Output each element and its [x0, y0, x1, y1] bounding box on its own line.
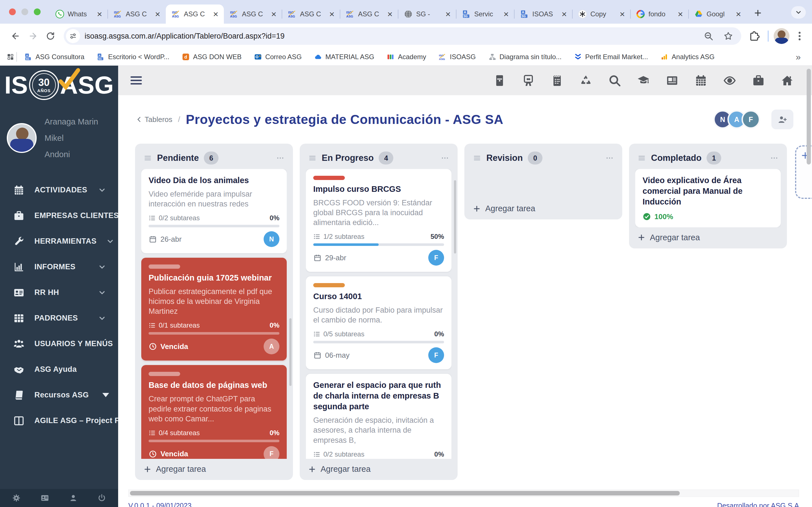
column-menu-icon[interactable]: [770, 154, 778, 162]
column-menu-icon[interactable]: [441, 154, 449, 162]
power-icon[interactable]: [97, 494, 106, 503]
add-task-button[interactable]: Agregar tarea: [306, 459, 451, 474]
extensions-icon[interactable]: [749, 31, 760, 42]
tab-close-icon[interactable]: ×: [95, 10, 104, 18]
clipboard-icon[interactable]: [550, 74, 564, 87]
sidebar-item-recursos-asg[interactable]: Recursos ASG: [0, 382, 118, 408]
reload-button[interactable]: [42, 27, 59, 45]
window-maximize-button[interactable]: [34, 8, 41, 15]
task-card-video-dia-de-los-animales[interactable]: Video Dia de los animalesVideo efeméride…: [141, 169, 287, 253]
sidebar-item-rr-hh[interactable]: RR HH: [0, 280, 118, 305]
sidebar-item-agile-asg-project-flow[interactable]: AGILE ASG – Project Flow: [0, 408, 118, 434]
horizontal-scrollbar-thumb[interactable]: [130, 491, 680, 496]
drag-handle-icon[interactable]: [638, 154, 646, 162]
horizontal-scrollbar[interactable]: [128, 490, 799, 497]
tab-close-icon[interactable]: ×: [443, 10, 453, 18]
task-card-base-de-datos-de-p-ginas-web[interactable]: Base de datos de páginas webCrear prompt…: [141, 365, 287, 459]
calendar-icon[interactable]: [694, 74, 708, 87]
bookmark-isoasg[interactable]: ISOASGISOASG: [439, 53, 476, 61]
browser-tab-11-fondo[interactable]: fondo×: [630, 4, 689, 24]
sidebar-item-asg-ayuda[interactable]: ASG Ayuda: [0, 356, 118, 382]
search-icon[interactable]: [608, 74, 621, 87]
bookmark-diagrama-sin-t-tulo[interactable]: Diagrama sin título...: [488, 53, 562, 61]
column-menu-icon[interactable]: [605, 154, 614, 162]
tab-close-icon[interactable]: ×: [559, 10, 569, 18]
task-card-impulso-curso-brcgs[interactable]: Impulso curso BRCGSBRCGS FOOD versión 9:…: [306, 169, 451, 272]
forward-button[interactable]: [24, 27, 42, 45]
assignee-avatar-a[interactable]: A: [264, 339, 280, 354]
browser-menu-icon[interactable]: [794, 31, 805, 42]
tab-close-icon[interactable]: ×: [211, 10, 220, 18]
person-icon[interactable]: [69, 494, 78, 503]
hamburger-menu-icon[interactable]: [131, 76, 142, 84]
gear-icon[interactable]: [12, 494, 21, 503]
recycle-icon[interactable]: [579, 74, 593, 87]
tab-close-icon[interactable]: ×: [385, 10, 395, 18]
sidebar-item-informes[interactable]: INFORMES: [0, 254, 118, 280]
bookmark-perfit-email-market[interactable]: Perfit Email Market...: [574, 53, 648, 61]
member-avatar-f[interactable]: F: [742, 110, 760, 129]
window-minimize-button[interactable]: [21, 8, 28, 15]
user-profile[interactable]: Aranaga Marin Mikel Andoni: [0, 101, 118, 165]
browser-tab-6-asg-c[interactable]: ISOASGASG C×: [340, 4, 398, 24]
bookmark-star-icon[interactable]: [723, 31, 733, 41]
archive-icon[interactable]: [493, 74, 506, 87]
tab-close-icon[interactable]: ×: [327, 10, 337, 18]
browser-tab-2-asg-c[interactable]: ISOASGASG C×: [108, 4, 166, 24]
browser-tab-10-copy[interactable]: Copy×: [572, 4, 630, 24]
assignee-avatar-f[interactable]: F: [264, 446, 280, 459]
bookmark-correo-asg[interactable]: Correo ASG: [254, 53, 302, 61]
bookmark-material-asg[interactable]: MATERIAL ASG: [314, 53, 374, 61]
task-card-curso-14001[interactable]: Curso 14001Curso dictado por Fabio para …: [306, 276, 451, 369]
drag-handle-icon[interactable]: [308, 154, 317, 162]
briefcase-icon[interactable]: [752, 74, 765, 87]
zoom-out-icon[interactable]: [703, 31, 714, 41]
browser-profile-avatar[interactable]: [774, 28, 790, 44]
sidebar-item-empresas-clientes[interactable]: EMPRESAS CLIENTES: [0, 203, 118, 228]
tab-close-icon[interactable]: ×: [617, 10, 627, 18]
tab-close-icon[interactable]: ×: [153, 10, 162, 18]
graduation-icon[interactable]: [637, 74, 650, 87]
news-icon[interactable]: [665, 74, 679, 87]
browser-tab-9-isoas[interactable]: ASGISOAS×: [514, 4, 572, 24]
bookmarks-overflow-icon[interactable]: »: [796, 52, 806, 62]
members-icon[interactable]: [522, 74, 535, 87]
browser-tab-7-sg[interactable]: SG -×: [398, 4, 456, 24]
tab-close-icon[interactable]: ×: [269, 10, 278, 18]
bookmark-asg-don-web[interactable]: dASG DON WEB: [182, 53, 242, 61]
home-icon[interactable]: [780, 74, 794, 87]
task-card-generar-el-espacio-para-que-ruth-de-char[interactable]: Generar el espacio para que ruth de char…: [306, 374, 451, 459]
drag-handle-icon[interactable]: [473, 154, 481, 162]
browser-tab-3-asg-c[interactable]: ISOASGASG C×: [166, 4, 224, 24]
window-close-button[interactable]: [9, 8, 16, 15]
tab-close-icon[interactable]: ×: [733, 10, 743, 18]
drag-handle-icon[interactable]: [144, 154, 152, 162]
idcard-icon[interactable]: [40, 494, 49, 503]
browser-tab-4-asg-c[interactable]: ISOASGASG C×: [224, 4, 282, 24]
browser-tab-5-asg-c[interactable]: ISOASGASG C×: [282, 4, 340, 24]
task-card-publicaci-n-guia-17025-webinar[interactable]: Publicación guia 17025 webinarPublicar e…: [141, 258, 287, 360]
bookmark-asg-consultora[interactable]: ASGASG Consultora: [24, 53, 84, 61]
add-task-button[interactable]: Agregar tarea: [635, 227, 781, 242]
add-task-button[interactable]: Agregar tarea: [470, 198, 616, 213]
tab-close-icon[interactable]: ×: [501, 10, 511, 18]
sidebar-item-padrones[interactable]: PADRONES: [0, 305, 118, 331]
assignee-avatar-f[interactable]: F: [428, 250, 444, 266]
add-task-button[interactable]: Agregar tarea: [141, 459, 287, 474]
page-scrollbar-thumb[interactable]: [807, 69, 811, 165]
new-tab-button[interactable]: [749, 4, 766, 21]
assignee-avatar-f[interactable]: F: [428, 347, 444, 363]
column-menu-icon[interactable]: [276, 154, 285, 162]
eye-icon[interactable]: [723, 74, 737, 87]
sidebar-item-actividades[interactable]: ACTIVIDADES: [0, 177, 118, 203]
browser-tab-12-googl[interactable]: Googl×: [689, 4, 747, 24]
assignee-avatar-n[interactable]: N: [264, 231, 280, 247]
browser-tab-1-whats[interactable]: Whats×: [50, 4, 108, 24]
tab-close-icon[interactable]: ×: [675, 10, 685, 18]
column-scrollbar-thumb[interactable]: [289, 318, 292, 386]
add-member-button[interactable]: [771, 110, 794, 129]
browser-tab-8-servic[interactable]: ASGServic×: [456, 4, 514, 24]
breadcrumb[interactable]: Tableros: [145, 115, 172, 124]
task-card-video-explicativo-de-rea-comercial-para-[interactable]: Video explicativo de Área comercial para…: [635, 169, 781, 227]
sidebar-item-usuarios-y-men-s[interactable]: USUARIOS Y MENÚS: [0, 331, 118, 356]
